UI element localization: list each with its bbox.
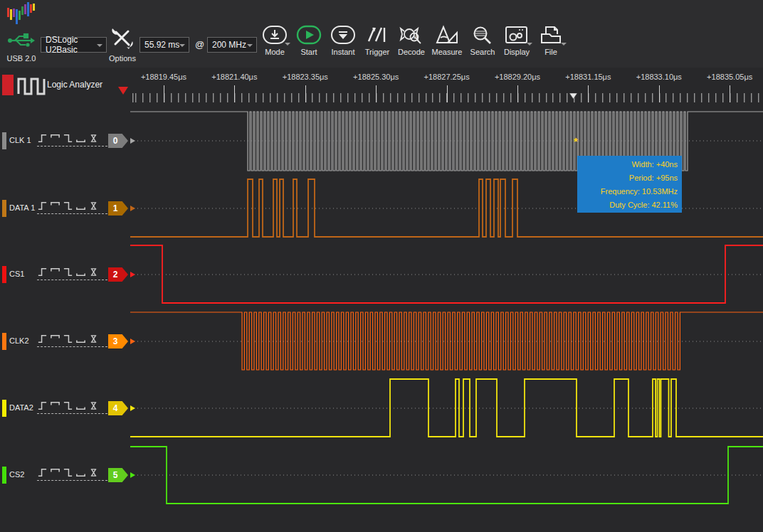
trigger-icon: [364, 24, 391, 46]
trigger-any-edge-icon[interactable]: [88, 400, 99, 411]
trigger-falling-edge-icon[interactable]: [63, 400, 73, 411]
trigger-rising-edge-icon[interactable]: [37, 334, 48, 344]
trigger-rising-edge-icon[interactable]: [37, 201, 48, 211]
channel-row-data-1: DATA 1 1: [0, 196, 130, 220]
display-label: Display: [500, 48, 534, 56]
data2-trace: [130, 379, 763, 437]
trigger-falling-edge-icon[interactable]: [63, 467, 73, 478]
channel-number-badge[interactable]: 4: [108, 401, 128, 415]
channel-color-swatch[interactable]: [2, 467, 6, 484]
channel-position-arrow: [130, 405, 135, 411]
trigger-low-level-icon[interactable]: [75, 467, 86, 478]
at-symbol: @: [195, 39, 204, 50]
trigger-high-level-icon[interactable]: [50, 267, 60, 277]
sample-duration-select[interactable]: 55.92 ms: [140, 37, 189, 53]
trigger-any-edge-icon[interactable]: [88, 334, 99, 344]
trigger-high-level-icon[interactable]: [50, 400, 60, 411]
channel-position-arrow: [130, 339, 135, 344]
channel-trigger-settings: [37, 467, 107, 481]
channel-number-badge[interactable]: 1: [108, 201, 128, 216]
ruler-major-tick: [164, 85, 164, 102]
decode-icon: ?: [398, 24, 425, 46]
channel-position-arrow: [130, 138, 135, 144]
measure-tooltip: Width: +40ns Period: +95ns Frequency: 10…: [577, 156, 682, 213]
tooltip-frequency: Frequency: 10.53MHz: [577, 185, 678, 198]
channel-number-badge[interactable]: 0: [108, 134, 128, 148]
channel-number-badge[interactable]: 2: [108, 267, 128, 282]
channel-position-arrow: [130, 472, 135, 478]
channel-color-swatch[interactable]: [2, 200, 6, 217]
channel-trigger-settings: [37, 334, 107, 347]
ruler-time-label: +18829.20μs: [495, 73, 540, 81]
display-button[interactable]: Display: [500, 24, 534, 56]
channel-number-badge[interactable]: 3: [108, 334, 128, 349]
channel-label-panel: CLK 1 0 DATA 1: [0, 0, 130, 532]
time-ruler[interactable]: +18819.45μs+18821.40μs+18823.35μs+18825.…: [130, 68, 763, 103]
decode-button[interactable]: ? Decode: [394, 24, 428, 56]
trigger-high-level-icon[interactable]: [50, 133, 60, 144]
trigger-rising-edge-icon[interactable]: [37, 133, 48, 144]
channel-position-arrow: [130, 272, 135, 277]
file-button[interactable]: File: [534, 24, 568, 56]
channel-color-swatch[interactable]: [2, 266, 6, 283]
trigger-rising-edge-icon[interactable]: [37, 267, 48, 277]
chevron-down-icon: [527, 43, 532, 46]
trigger-any-edge-icon[interactable]: [88, 267, 99, 277]
trigger-high-level-icon[interactable]: [50, 467, 60, 478]
ruler-time-label: +18819.45μs: [141, 73, 186, 81]
trigger-low-level-icon[interactable]: [75, 334, 86, 344]
chevron-down-icon: [285, 43, 290, 46]
trigger-any-edge-icon[interactable]: [88, 467, 99, 478]
instant-button[interactable]: Instant: [326, 24, 360, 56]
sample-duration-value: 55.92 ms: [144, 40, 179, 50]
trigger-low-level-icon[interactable]: [75, 267, 86, 277]
svg-text:?: ?: [413, 34, 416, 41]
trigger-low-level-icon[interactable]: [75, 201, 86, 211]
sample-rate-select[interactable]: 200 MHz: [207, 37, 257, 53]
ruler-major-tick: [730, 85, 730, 102]
ruler-time-label: +18827.25μs: [424, 73, 470, 81]
channel-row-cs1: CS1 2: [0, 262, 130, 287]
trigger-high-level-icon[interactable]: [50, 201, 60, 211]
toolbar-buttons: Mode Start Instant Trigger: [258, 24, 568, 56]
trigger-low-level-icon[interactable]: [75, 400, 86, 411]
measure-marker-icon: *: [574, 135, 578, 147]
trigger-button[interactable]: Trigger: [360, 24, 394, 56]
trigger-low-level-icon[interactable]: [75, 133, 86, 144]
start-button[interactable]: Start: [292, 24, 326, 56]
channel-row-clk-1: CLK 1 0: [0, 129, 130, 153]
ruler-time-label: +18825.30μs: [353, 73, 399, 81]
tooltip-width: Width: +40ns: [577, 158, 678, 171]
mode-button[interactable]: Mode: [258, 24, 292, 56]
trigger-any-edge-icon[interactable]: [88, 201, 99, 211]
chevron-down-icon: [561, 43, 567, 46]
measure-button[interactable]: Measure: [428, 24, 465, 56]
sample-rate-value: 200 MHz: [212, 40, 246, 50]
ruler-time-label: +18835.05μs: [707, 73, 752, 81]
channel-trigger-settings: [37, 133, 107, 147]
mode-label: Mode: [258, 48, 292, 56]
channel-trigger-settings: [37, 267, 107, 280]
instant-icon: [330, 24, 357, 46]
channel-number-badge[interactable]: 5: [108, 468, 128, 482]
trigger-falling-edge-icon[interactable]: [63, 334, 73, 344]
channel-color-swatch[interactable]: [2, 333, 6, 350]
trigger-any-edge-icon[interactable]: [88, 133, 99, 144]
trigger-falling-edge-icon[interactable]: [63, 201, 73, 211]
ruler-time-label: +18821.40μs: [211, 73, 257, 81]
search-button[interactable]: Search: [465, 24, 500, 56]
search-label: Search: [465, 48, 500, 56]
trigger-rising-edge-icon[interactable]: [37, 400, 48, 411]
trigger-falling-edge-icon[interactable]: [63, 133, 73, 144]
measure-icon: [433, 24, 461, 46]
ruler-time-label: +18823.35μs: [283, 73, 328, 81]
clk2-trace: [130, 312, 763, 370]
trigger-high-level-icon[interactable]: [50, 334, 60, 344]
channel-color-swatch[interactable]: [2, 132, 6, 149]
trigger-falling-edge-icon[interactable]: [63, 267, 73, 277]
channel-name: CS1: [9, 270, 24, 278]
trigger-rising-edge-icon[interactable]: [37, 467, 48, 478]
chevron-down-icon: [247, 44, 253, 47]
ruler-major-tick: [234, 85, 235, 102]
channel-color-swatch[interactable]: [2, 400, 6, 417]
